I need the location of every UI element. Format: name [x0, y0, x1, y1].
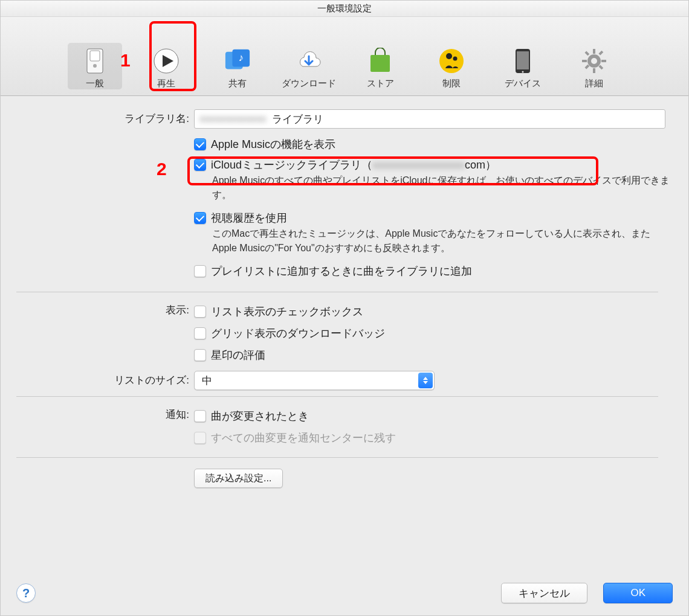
toolbar-tab-restrictions[interactable]: 制限 — [424, 48, 479, 89]
list-size-popup[interactable]: 中 — [194, 371, 435, 390]
svg-point-2 — [93, 64, 97, 68]
annotation-number-2: 2 — [157, 159, 167, 179]
toolbar-tab-downloads[interactable]: ダウンロード — [282, 48, 336, 89]
divider — [16, 292, 658, 292]
toolbar-tab-label: デバイス — [505, 78, 541, 89]
svg-point-9 — [439, 49, 464, 73]
display-section-label: 表示: — [16, 301, 194, 317]
toolbar-tab-advanced[interactable]: 詳細 — [567, 48, 621, 89]
stepper-arrows-icon — [418, 373, 433, 388]
download-icon — [296, 48, 322, 74]
notifications-section-label: 通知: — [16, 405, 194, 422]
svg-rect-8 — [370, 55, 390, 72]
toolbar-tab-store[interactable]: ストア — [353, 48, 407, 89]
checkbox-star-ratings-label: 星印の評価 — [211, 348, 265, 362]
checkbox-add-to-library[interactable] — [194, 265, 206, 277]
device-icon — [509, 48, 536, 74]
checkbox-grid-badges-label: グリッド表示のダウンロードバッジ — [211, 326, 385, 341]
svg-point-24 — [591, 58, 597, 64]
svg-rect-1 — [90, 51, 100, 61]
checkbox-listening-history[interactable] — [194, 212, 206, 224]
gear-icon — [581, 48, 607, 74]
checkbox-apple-music-label: Apple Musicの機能を表示 — [211, 137, 335, 152]
svg-rect-21 — [598, 65, 603, 69]
toolbar-tab-sharing[interactable]: ♪ 共有 — [210, 48, 265, 89]
library-name-value-suffix: ライブラリ — [272, 112, 323, 126]
svg-rect-19 — [601, 60, 606, 62]
icloud-library-description: Apple Musicのすべての曲やプレイリストをiCloudに保存すれば、お使… — [212, 173, 673, 202]
library-name-input[interactable]: xxxxxxxxxxxxx ライブラリ — [194, 109, 665, 129]
checkbox-song-changed[interactable] — [194, 410, 206, 422]
toolbar-tab-label: 共有 — [228, 78, 247, 89]
svg-rect-13 — [517, 51, 529, 69]
svg-point-10 — [446, 53, 452, 59]
svg-point-14 — [522, 71, 524, 73]
toolbar-tab-playback[interactable]: 再生 — [139, 48, 193, 89]
parental-icon — [438, 48, 465, 74]
window-title: 一般環境設定 — [1, 1, 688, 17]
toolbar-tab-label: ストア — [367, 78, 394, 89]
annotation-number-1: 1 — [120, 50, 131, 71]
svg-rect-18 — [582, 60, 587, 62]
svg-text:♪: ♪ — [238, 51, 244, 63]
checkbox-listening-history-label: 視聴履歴を使用 — [211, 211, 287, 225]
svg-rect-20 — [584, 51, 589, 56]
checkbox-apple-music[interactable] — [194, 138, 206, 150]
ok-button[interactable]: OK — [603, 583, 673, 603]
toolbar-tab-devices[interactable]: デバイス — [496, 48, 550, 89]
toolbar-tab-label: 一般 — [86, 78, 104, 89]
import-settings-button[interactable]: 読み込み設定... — [194, 469, 283, 488]
redacted-text: xxxxxxxxxxxxx — [199, 113, 272, 125]
checkbox-star-ratings[interactable] — [194, 349, 206, 361]
checkbox-list-checkboxes-label: リスト表示のチェックボックス — [211, 304, 363, 319]
divider — [16, 396, 658, 397]
share-icon: ♪ — [224, 48, 251, 74]
toolbar-tab-label: 再生 — [157, 78, 175, 89]
help-button[interactable]: ? — [16, 583, 36, 603]
library-name-label: ライブラリ名: — [16, 109, 194, 126]
checkbox-icloud-library-label: iCloudミュージックライブラリ（xxxxxxxxxxxxxxxxxcom） — [211, 158, 496, 172]
list-size-label: リストのサイズ: — [16, 371, 194, 387]
list-size-value: 中 — [202, 374, 212, 388]
toolbar-tab-label: 詳細 — [585, 78, 603, 89]
listening-history-description: このMacで再生されたミュージックは、Apple Musicであなたをフォローし… — [212, 226, 673, 255]
store-icon — [367, 48, 393, 74]
switch-icon — [82, 48, 108, 74]
play-icon — [153, 48, 180, 74]
svg-rect-17 — [593, 68, 595, 73]
svg-rect-22 — [598, 51, 603, 56]
checkbox-song-changed-label: 曲が変更されたとき — [211, 409, 309, 423]
divider — [16, 457, 658, 458]
svg-point-11 — [453, 57, 458, 61]
footer: ? キャンセル OK — [1, 571, 688, 615]
checkbox-add-to-library-label: プレイリストに追加するときに曲をライブラリに追加 — [211, 264, 472, 278]
preferences-toolbar: 一般 再生 ♪ 共有 ダウンロード ストア — [1, 17, 688, 96]
toolbar-tab-general[interactable]: 一般 — [68, 43, 122, 89]
svg-rect-23 — [584, 65, 589, 69]
checkbox-notif-center-label: すべての曲変更を通知センターに残す — [211, 431, 396, 445]
checkbox-notif-center — [194, 432, 206, 444]
toolbar-tab-label: 制限 — [442, 78, 461, 89]
checkbox-list-checkboxes[interactable] — [194, 306, 206, 318]
checkbox-grid-badges[interactable] — [194, 327, 206, 339]
svg-rect-16 — [593, 49, 595, 54]
toolbar-tab-label: ダウンロード — [282, 78, 336, 89]
checkbox-icloud-library[interactable] — [194, 159, 206, 171]
cancel-button[interactable]: キャンセル — [501, 583, 587, 603]
